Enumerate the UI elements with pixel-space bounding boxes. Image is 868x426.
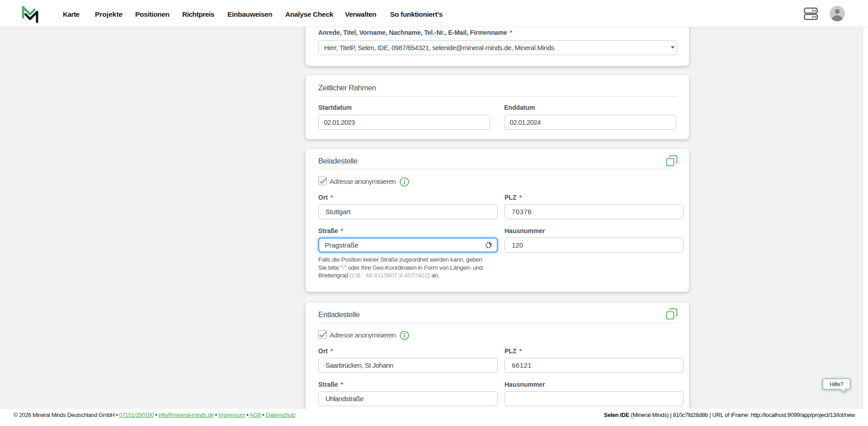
- svg-text:Hilfe?: Hilfe?: [830, 381, 844, 388]
